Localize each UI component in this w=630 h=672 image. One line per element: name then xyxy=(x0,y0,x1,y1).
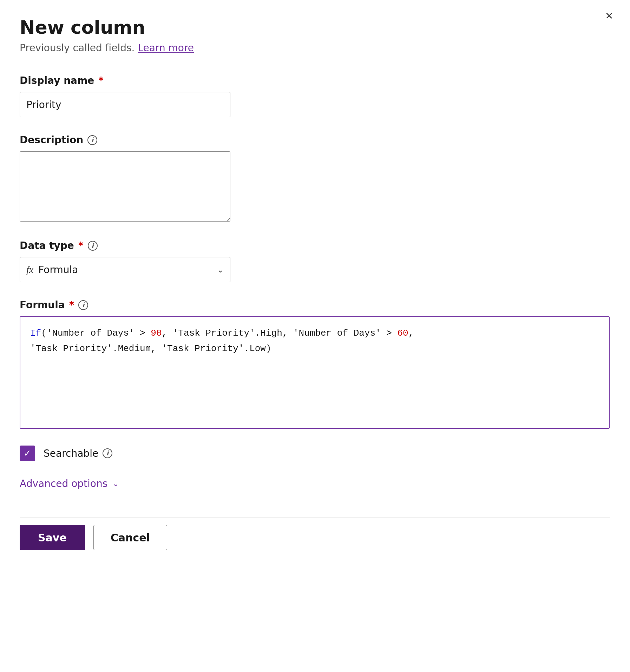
panel-title: New column xyxy=(20,17,610,38)
data-type-info-icon[interactable]: i xyxy=(88,241,98,251)
searchable-row: ✓ Searchable i xyxy=(20,446,610,461)
display-name-input[interactable] xyxy=(20,92,230,117)
data-type-select[interactable]: fx Formula ⌄ xyxy=(20,257,230,282)
formula-required-star: * xyxy=(69,299,74,311)
data-type-chevron-icon: ⌄ xyxy=(217,265,224,274)
description-input[interactable] xyxy=(20,151,230,222)
display-name-required-star: * xyxy=(98,75,104,86)
advanced-options-chevron-icon: ⌄ xyxy=(112,479,119,488)
formula-info-icon[interactable]: i xyxy=(78,300,88,310)
formula-editor[interactable]: If('Number of Days' > 90, 'Task Priority… xyxy=(20,316,610,429)
data-type-value: Formula xyxy=(38,264,217,276)
description-info-icon[interactable]: i xyxy=(87,135,97,145)
advanced-options-row[interactable]: Advanced options ⌄ xyxy=(20,478,610,489)
fx-icon: fx xyxy=(26,264,33,275)
searchable-info-icon[interactable]: i xyxy=(103,448,112,458)
new-column-panel: ✕ New column Previously called fields. L… xyxy=(0,0,630,672)
display-name-label: Display name * xyxy=(20,75,610,86)
advanced-options-label: Advanced options xyxy=(20,478,107,489)
save-button[interactable]: Save xyxy=(20,525,85,550)
cancel-button[interactable]: Cancel xyxy=(93,525,167,550)
searchable-label: Searchable i xyxy=(44,448,112,459)
display-name-group: Display name * xyxy=(20,75,610,117)
data-type-label: Data type * i xyxy=(20,240,610,251)
description-label: Description i xyxy=(20,134,610,146)
footer-buttons: Save Cancel xyxy=(20,518,610,550)
panel-subtitle: Previously called fields. Learn more xyxy=(20,42,610,54)
formula-label: Formula * i xyxy=(20,299,610,311)
learn-more-link[interactable]: Learn more xyxy=(138,42,194,54)
searchable-checkbox[interactable]: ✓ xyxy=(20,446,35,461)
data-type-required-star: * xyxy=(78,240,84,251)
close-button[interactable]: ✕ xyxy=(605,11,613,21)
check-icon: ✓ xyxy=(24,449,31,458)
formula-group: Formula * i If('Number of Days' > 90, 'T… xyxy=(20,299,610,429)
data-type-group: Data type * i fx Formula ⌄ xyxy=(20,240,610,282)
description-group: Description i xyxy=(20,134,610,223)
